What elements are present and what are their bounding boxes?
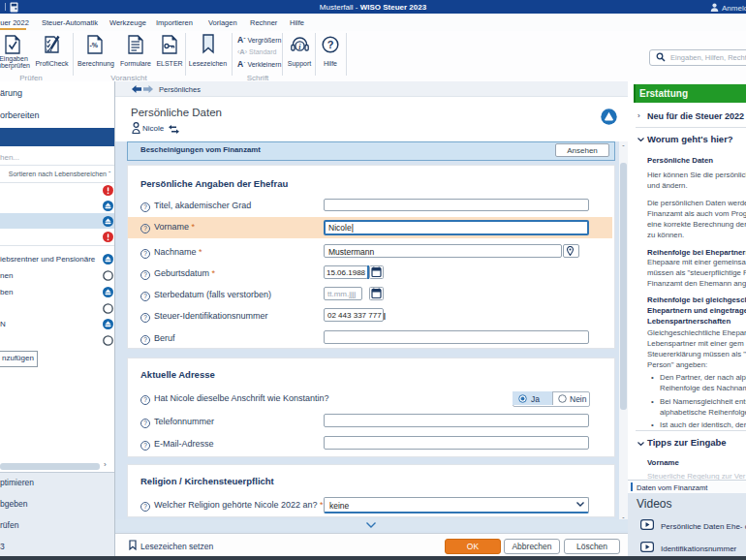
svg-text:?: ? — [327, 39, 334, 50]
svg-text:-%: -% — [90, 42, 99, 48]
